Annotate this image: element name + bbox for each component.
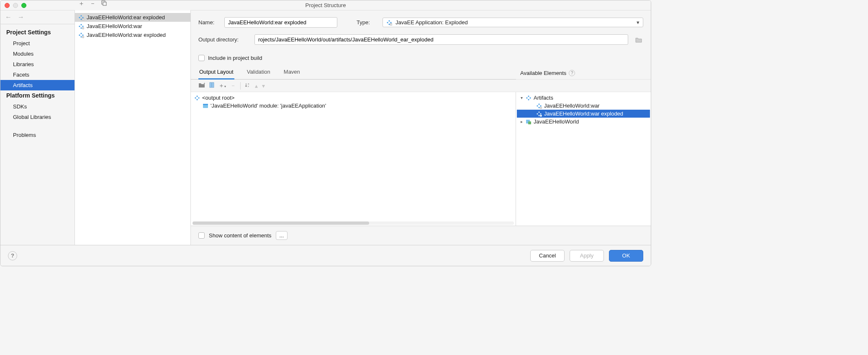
svg-rect-16 (528, 121, 531, 124)
available-elements-tree: ▾ Artifacts JavaEEHelloWorld:war (516, 92, 651, 226)
artifact-icon (78, 15, 84, 21)
back-arrow-icon[interactable]: ← (5, 13, 12, 21)
add-artifact-icon[interactable]: ＋ (78, 0, 85, 8)
show-content-row: Show content of elements ... (191, 226, 651, 245)
artifact-icon (526, 95, 532, 101)
artifact-name-input[interactable] (224, 17, 337, 28)
add-copy-icon[interactable]: ＋▾ (218, 82, 226, 90)
artifact-icon (386, 20, 392, 26)
tree-node-label: JavaEEHelloWorld:war exploded (544, 111, 623, 117)
artifact-list: ＋ － JavaEEHelloWorld:ear exploded JavaEE… (75, 10, 191, 245)
sidebar-item-global-libraries[interactable]: Global Libraries (0, 112, 74, 122)
artifact-icon (536, 111, 542, 117)
browse-folder-icon[interactable] (634, 35, 643, 44)
apply-button[interactable]: Apply (570, 250, 604, 262)
help-icon[interactable]: ? (569, 70, 575, 76)
tree-node-label: JavaEEHelloWorld:war (544, 103, 600, 109)
show-content-checkbox[interactable] (198, 232, 205, 239)
include-in-build-label: Include in project build (208, 55, 262, 61)
window-zoom-icon[interactable] (21, 3, 26, 8)
output-directory-label: Output directory: (198, 36, 249, 43)
svg-text:z: z (248, 85, 249, 87)
artifact-icon (78, 23, 84, 29)
svg-point-13 (540, 107, 542, 108)
window-title: Project Structure (306, 2, 346, 8)
tree-node-label: <output root> (202, 95, 234, 101)
chevron-right-icon: ▸ (519, 119, 524, 124)
svg-text:+: + (203, 82, 205, 85)
remove-artifact-icon[interactable]: － (90, 0, 96, 8)
tree-node-label: JavaEEHelloWorld (534, 118, 579, 125)
move-down-icon[interactable]: ▾ (262, 82, 265, 89)
sidebar-item-artifacts[interactable]: Artifacts (0, 80, 74, 90)
tab-validation[interactable]: Validation (246, 66, 271, 79)
artifact-war-exploded[interactable]: JavaEEHelloWorld:war exploded (75, 31, 190, 39)
new-archive-icon[interactable] (209, 82, 214, 89)
artifact-type-select[interactable]: JavaEE Application: Exploded ▾ (383, 18, 643, 27)
window-close-icon[interactable] (5, 3, 10, 8)
svg-point-14 (540, 115, 542, 116)
name-label: Name: (198, 19, 218, 26)
svg-point-4 (82, 36, 84, 38)
artifact-list-label: JavaEEHelloWorld:ear exploded (87, 14, 165, 21)
tab-output-layout[interactable]: Output Layout (198, 66, 234, 80)
bottom-bar: ? Cancel Apply OK (0, 245, 651, 266)
window-minimize-icon (13, 3, 18, 8)
artifact-ear-exploded[interactable]: JavaEEHelloWorld:ear exploded (75, 13, 190, 22)
module-icon (526, 119, 532, 125)
artifact-list-toolbar: ＋ － (75, 0, 190, 10)
available-war-node[interactable]: JavaEEHelloWorld:war (517, 102, 650, 110)
svg-rect-2 (82, 18, 84, 21)
toolbar-separator (240, 82, 241, 90)
forward-arrow-icon[interactable]: → (18, 13, 24, 21)
output-layout-toolbar: + ＋▾ － az ▴ ▾ Available Elements ? (191, 80, 651, 92)
include-in-build-checkbox[interactable] (198, 55, 205, 61)
module-icon (203, 103, 208, 109)
artifact-icon (536, 103, 542, 109)
copy-artifact-icon[interactable] (101, 0, 107, 7)
show-content-label: Show content of elements (209, 232, 272, 239)
svg-point-3 (82, 27, 84, 29)
move-up-icon[interactable]: ▴ (255, 82, 258, 89)
sidebar-item-modules[interactable]: Modules (0, 49, 74, 59)
sidebar-item-sdks[interactable]: SDKs (0, 101, 74, 112)
available-war-exploded-node[interactable]: JavaEEHelloWorld:war exploded (517, 110, 650, 118)
artifact-list-label: JavaEEHelloWorld:war exploded (87, 32, 166, 38)
sidebar-item-problems[interactable]: Problems (0, 130, 74, 140)
tree-node-label: Artifacts (534, 95, 553, 101)
ok-button[interactable]: OK (609, 250, 643, 262)
remove-layout-icon[interactable]: － (230, 82, 236, 90)
artifact-icon (78, 32, 84, 38)
type-value: JavaEE Application: Exploded (395, 19, 468, 26)
chevron-down-icon: ▾ (637, 19, 639, 26)
sidebar: ← → Project Settings Project Modules Lib… (0, 10, 75, 245)
output-directory-input[interactable] (254, 34, 628, 45)
available-module-node[interactable]: ▸ JavaEEHelloWorld (517, 118, 650, 126)
main-panel: Name: Type: JavaEE Application: Exploded… (191, 10, 651, 245)
sidebar-item-facets[interactable]: Facets (0, 69, 74, 80)
new-folder-icon[interactable]: + (198, 82, 205, 89)
horizontal-scrollbar[interactable] (193, 221, 514, 225)
output-module-node[interactable]: 'JavaEEHelloWorld' module: 'javaEEApplic… (192, 102, 515, 110)
tree-node-label: 'JavaEEHelloWorld' module: 'javaEEApplic… (211, 103, 326, 109)
sidebar-section-project-settings: Project Settings (0, 27, 74, 38)
type-label: Type: (357, 19, 377, 26)
artifact-war[interactable]: JavaEEHelloWorld:war (75, 22, 190, 31)
available-elements-label: Available Elements (520, 70, 566, 76)
svg-rect-1 (103, 2, 106, 5)
sidebar-item-libraries[interactable]: Libraries (0, 59, 74, 69)
sidebar-item-project[interactable]: Project (0, 38, 74, 49)
sort-icon[interactable]: az (245, 82, 251, 89)
output-root-node[interactable]: <output root> (192, 94, 515, 102)
show-content-more-button[interactable]: ... (276, 231, 288, 240)
svg-rect-5 (390, 23, 392, 26)
help-button[interactable]: ? (8, 251, 17, 260)
artifact-icon (194, 95, 200, 101)
tab-maven[interactable]: Maven (283, 66, 301, 79)
cancel-button[interactable]: Cancel (530, 250, 565, 262)
traffic-lights (5, 3, 26, 8)
available-artifacts-node[interactable]: ▾ Artifacts (517, 94, 650, 102)
sidebar-section-platform-settings: Platform Settings (0, 90, 74, 101)
scrollbar-thumb[interactable] (193, 221, 369, 225)
svg-rect-12 (203, 104, 208, 105)
